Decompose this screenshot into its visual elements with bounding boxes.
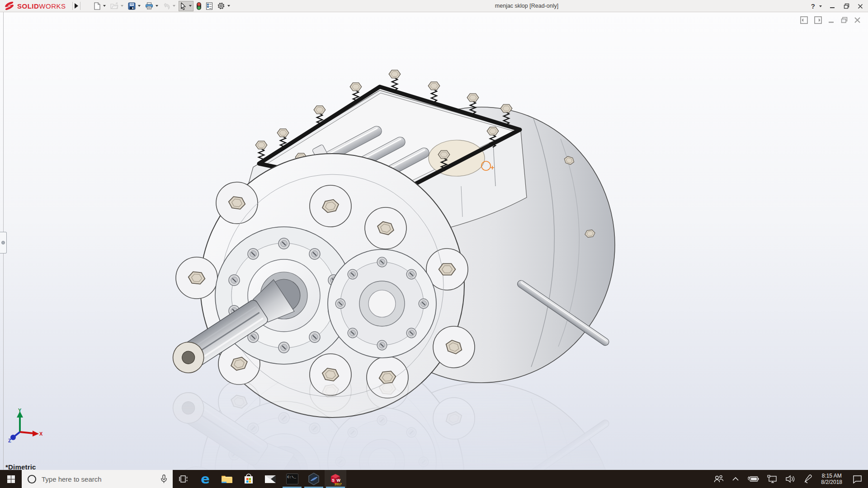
dropdown-arrow-icon[interactable] [189,5,192,7]
undo-button[interactable] [161,1,177,11]
graphics-area[interactable]: Y X Z *Dimetric [0,12,868,470]
hexagon-cad-app-icon [308,473,320,485]
undo-icon [163,3,170,9]
menu-flyout-arrow-icon[interactable] [75,3,78,9]
save-floppy-icon [128,2,136,10]
mail-icon [264,475,276,483]
title-bar: SOLIDWORKS [0,0,868,12]
dropdown-arrow-icon[interactable] [156,5,158,7]
print-icon [145,2,153,9]
separator [80,2,80,10]
triad-y-label: Y [18,408,22,413]
speaker-icon [785,475,795,483]
triad-x-label: X [39,431,42,436]
doc-close-icon[interactable] [854,17,861,23]
command-prompt-button[interactable]: C:\_ [281,470,303,488]
people-icon [714,475,724,483]
svg-text:2017: 2017 [335,483,342,486]
taskbar-search[interactable] [22,470,173,488]
new-document-button[interactable] [92,1,108,11]
store-icon [244,474,254,484]
quick-access-toolbar [92,0,233,12]
cortana-icon [28,475,36,483]
window-title: menjac sklop [Read-only] [495,0,558,12]
close-button[interactable] [855,1,865,11]
doc-restore-icon[interactable] [841,17,848,23]
open-button[interactable] [109,1,125,11]
hidden-icons-button[interactable] [728,470,743,488]
people-button[interactable] [710,470,728,488]
gear-icon [217,2,225,10]
svg-text:W: W [337,478,341,483]
pane-toggle-right-icon[interactable] [814,16,822,24]
file-properties-icon [206,2,213,10]
dropdown-arrow-icon[interactable] [103,5,106,7]
svg-text:S: S [332,478,335,483]
minimize-icon [830,4,835,9]
orientation-triad: Y X Z [7,408,42,445]
hexagon-cad-app-button[interactable] [303,470,325,488]
help-button[interactable]: ? [810,2,823,10]
battery-button[interactable] [743,470,763,488]
edge-icon: e [201,473,210,486]
volume-button[interactable] [781,470,799,488]
task-view-icon [179,474,188,483]
minimize-button[interactable] [827,1,837,11]
file-explorer-button[interactable] [216,470,238,488]
file-explorer-icon [221,474,233,484]
chevron-up-icon [732,477,739,481]
network-icon [767,475,777,483]
network-button[interactable] [763,470,781,488]
rebuild-traffic-light-icon [196,2,202,10]
mail-button[interactable] [259,470,281,488]
gearbox-3d-model[interactable] [145,51,642,470]
splitter-handle[interactable] [0,232,7,253]
solidworks-logo-icon [4,1,15,10]
brand-solid: SOLID [17,2,39,10]
splitter-dot-icon [1,241,5,244]
document-window-controls [800,16,861,24]
rebuild-button[interactable] [195,1,203,11]
dropdown-arrow-icon[interactable] [819,5,822,7]
action-center-icon [853,475,862,483]
dropdown-arrow-icon[interactable] [121,5,123,7]
save-button[interactable] [127,1,142,11]
view-orientation-label: *Dimetric [5,463,36,470]
new-document-icon [94,2,101,10]
brand-works: WORKS [39,2,66,10]
start-button[interactable] [0,470,22,488]
triad-z-label: Z [8,438,11,443]
clock-time: 8:15 AM [821,473,842,479]
pane-toggle-left-icon[interactable] [800,16,808,24]
system-tray: 8:15 AM 8/2/2018 [710,470,868,488]
search-input[interactable] [42,475,155,483]
select-tool-button[interactable] [179,1,193,11]
dropdown-arrow-icon[interactable] [173,5,175,7]
clock-date: 8/2/2018 [821,479,842,485]
print-button[interactable] [144,1,160,11]
taskbar-clock[interactable]: 8:15 AM 8/2/2018 [816,470,847,488]
solidworks-app-icon: S W 2017 [329,473,342,485]
edge-button[interactable]: e [194,470,216,488]
store-button[interactable] [238,470,259,488]
file-properties-button[interactable] [204,1,214,11]
solidworks-logo: SOLIDWORKS [4,0,66,12]
action-center-button[interactable] [847,470,868,488]
options-button[interactable] [216,1,232,11]
close-icon [858,4,863,9]
task-view-button[interactable] [173,470,194,488]
command-prompt-icon: C:\_ [286,474,298,484]
dropdown-arrow-icon[interactable] [227,5,230,7]
restore-icon [844,3,849,9]
doc-minimize-icon[interactable] [828,17,835,23]
microphone-icon[interactable] [160,474,167,483]
select-cursor-icon [180,2,187,10]
windows-logo-icon [7,475,15,483]
taskbar: e C:\_ [0,470,868,488]
solidworks-app-button[interactable]: S W 2017 [325,470,346,488]
windows-ink-button[interactable] [799,470,816,488]
restore-button[interactable] [841,1,851,11]
separator [72,2,73,10]
pen-icon [803,474,812,483]
dropdown-arrow-icon[interactable] [138,5,141,7]
